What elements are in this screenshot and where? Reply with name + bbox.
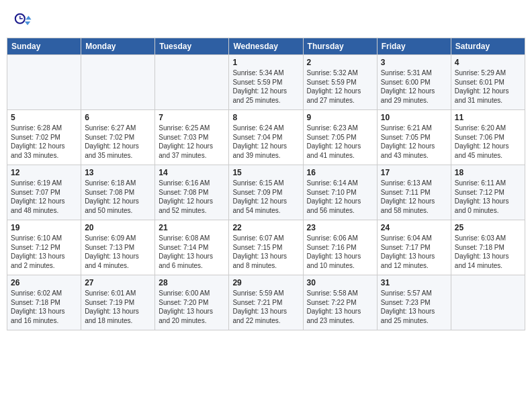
calendar-cell: 10Sunrise: 6:21 AMSunset: 7:05 PMDayligh…: [377, 110, 451, 165]
calendar-cell: 18Sunrise: 6:11 AMSunset: 7:12 PMDayligh…: [451, 165, 525, 220]
day-info: and 25 minutes.: [232, 96, 299, 105]
day-info: and 14 minutes.: [455, 261, 521, 271]
day-info: Sunrise: 5:59 AM: [232, 289, 299, 298]
day-info: and 10 minutes.: [307, 261, 373, 271]
day-info: Sunrise: 5:29 AM: [455, 68, 521, 78]
day-info: and 37 minutes.: [159, 151, 225, 161]
day-info: Sunrise: 6:10 AM: [11, 234, 77, 243]
day-info: Sunrise: 5:58 AM: [307, 289, 373, 298]
day-info: and 12 minutes.: [381, 261, 447, 271]
day-info: and 45 minutes.: [455, 151, 521, 161]
day-info: Sunrise: 6:24 AM: [232, 124, 299, 133]
day-info: and 0 minutes.: [455, 206, 521, 216]
calendar-cell: 31Sunrise: 5:57 AMSunset: 7:23 PMDayligh…: [377, 275, 451, 330]
calendar-cell: 6Sunrise: 6:27 AMSunset: 7:02 PMDaylight…: [81, 110, 155, 165]
header-monday: Monday: [81, 38, 155, 55]
day-info: and 6 minutes.: [159, 261, 225, 271]
day-info: Sunrise: 5:34 AM: [232, 68, 299, 78]
day-number: 24: [381, 223, 447, 232]
day-info: Sunset: 7:17 PM: [381, 243, 447, 253]
day-info: Sunset: 7:02 PM: [85, 133, 151, 142]
day-number: 17: [381, 168, 447, 177]
calendar-cell: 2Sunrise: 5:32 AMSunset: 5:59 PMDaylight…: [303, 55, 377, 110]
day-info: Daylight: 12 hours: [232, 87, 299, 96]
calendar-cell: 26Sunrise: 6:02 AMSunset: 7:18 PMDayligh…: [7, 275, 81, 330]
day-number: 11: [455, 113, 521, 122]
day-info: and 33 minutes.: [11, 151, 77, 161]
calendar-cell: 11Sunrise: 6:20 AMSunset: 7:06 PMDayligh…: [451, 110, 525, 165]
day-info: and 20 minutes.: [159, 316, 225, 326]
day-info: Sunrise: 6:27 AM: [85, 124, 151, 133]
day-info: and 52 minutes.: [159, 206, 225, 216]
day-number: 20: [85, 223, 151, 232]
day-info: Sunset: 7:13 PM: [85, 243, 151, 253]
day-info: Sunset: 7:03 PM: [159, 133, 225, 142]
day-info: Sunset: 7:04 PM: [232, 133, 299, 142]
day-number: 8: [232, 113, 299, 122]
day-info: Sunrise: 6:21 AM: [381, 124, 447, 133]
calendar-cell: 12Sunrise: 6:19 AMSunset: 7:07 PMDayligh…: [7, 165, 81, 220]
calendar-cell: 21Sunrise: 6:08 AMSunset: 7:14 PMDayligh…: [155, 220, 229, 275]
day-info: Sunrise: 6:00 AM: [159, 289, 225, 298]
calendar-cell: 25Sunrise: 6:03 AMSunset: 7:18 PMDayligh…: [451, 220, 525, 275]
day-number: 9: [307, 113, 373, 122]
calendar-cell: 29Sunrise: 5:59 AMSunset: 7:21 PMDayligh…: [229, 275, 303, 330]
day-info: Sunset: 7:21 PM: [232, 298, 299, 308]
day-info: Sunset: 7:18 PM: [11, 298, 77, 308]
day-info: Daylight: 12 hours: [232, 142, 299, 151]
day-info: Sunrise: 6:06 AM: [307, 234, 373, 243]
day-info: Sunset: 7:09 PM: [232, 188, 299, 197]
calendar-cell: 23Sunrise: 6:06 AMSunset: 7:16 PMDayligh…: [303, 220, 377, 275]
day-info: Sunrise: 6:19 AM: [11, 179, 77, 188]
day-info: and 27 minutes.: [307, 96, 373, 105]
day-info: Sunrise: 5:32 AM: [307, 68, 373, 78]
day-info: Daylight: 12 hours: [85, 197, 151, 206]
header-sunday: Sunday: [7, 38, 81, 55]
calendar-cell: 15Sunrise: 6:15 AMSunset: 7:09 PMDayligh…: [229, 165, 303, 220]
day-info: Sunset: 7:06 PM: [455, 133, 521, 142]
day-info: Daylight: 13 hours: [11, 252, 77, 261]
day-info: Sunset: 6:01 PM: [455, 78, 521, 87]
day-number: 21: [159, 223, 225, 232]
day-info: Daylight: 12 hours: [307, 142, 373, 151]
day-info: and 50 minutes.: [85, 206, 151, 216]
day-info: Sunrise: 6:16 AM: [159, 179, 225, 188]
calendar-table: SundayMondayTuesdayWednesdayThursdayFrid…: [7, 38, 525, 330]
day-info: and 2 minutes.: [11, 261, 77, 271]
calendar-cell: 22Sunrise: 6:07 AMSunset: 7:15 PMDayligh…: [229, 220, 303, 275]
calendar-week-3: 12Sunrise: 6:19 AMSunset: 7:07 PMDayligh…: [7, 165, 525, 220]
day-info: and 25 minutes.: [381, 316, 447, 326]
day-info: Sunset: 5:59 PM: [232, 78, 299, 87]
day-info: and 29 minutes.: [381, 96, 447, 105]
day-number: 30: [307, 278, 373, 287]
day-info: Sunrise: 5:31 AM: [381, 68, 447, 78]
day-info: Daylight: 13 hours: [159, 307, 225, 316]
day-info: Daylight: 12 hours: [85, 142, 151, 151]
calendar-cell: 4Sunrise: 5:29 AMSunset: 6:01 PMDaylight…: [451, 55, 525, 110]
day-info: Sunrise: 6:20 AM: [455, 124, 521, 133]
day-number: 18: [455, 168, 521, 177]
calendar-cell: 9Sunrise: 6:23 AMSunset: 7:05 PMDaylight…: [303, 110, 377, 165]
day-info: Sunset: 7:22 PM: [307, 298, 373, 308]
calendar-cell: 13Sunrise: 6:18 AMSunset: 7:08 PMDayligh…: [81, 165, 155, 220]
day-info: Sunset: 7:11 PM: [381, 188, 447, 197]
day-info: Daylight: 12 hours: [159, 197, 225, 206]
day-info: Daylight: 13 hours: [455, 252, 521, 261]
day-number: 16: [307, 168, 373, 177]
header-wednesday: Wednesday: [229, 38, 303, 55]
calendar-cell: 28Sunrise: 6:00 AMSunset: 7:20 PMDayligh…: [155, 275, 229, 330]
day-info: Daylight: 13 hours: [11, 307, 77, 316]
day-info: Sunrise: 6:01 AM: [85, 289, 151, 298]
day-info: Sunset: 6:00 PM: [381, 78, 447, 87]
calendar-cell: 17Sunrise: 6:13 AMSunset: 7:11 PMDayligh…: [377, 165, 451, 220]
day-info: Daylight: 13 hours: [381, 252, 447, 261]
day-info: Sunset: 7:23 PM: [381, 298, 447, 308]
day-number: 15: [232, 168, 299, 177]
day-info: Daylight: 13 hours: [307, 252, 373, 261]
calendar-cell: [81, 55, 155, 110]
day-number: 19: [11, 223, 77, 232]
day-info: Daylight: 13 hours: [85, 252, 151, 261]
calendar-cell: 19Sunrise: 6:10 AMSunset: 7:12 PMDayligh…: [7, 220, 81, 275]
day-info: and 23 minutes.: [307, 316, 373, 326]
day-info: Daylight: 13 hours: [232, 307, 299, 316]
